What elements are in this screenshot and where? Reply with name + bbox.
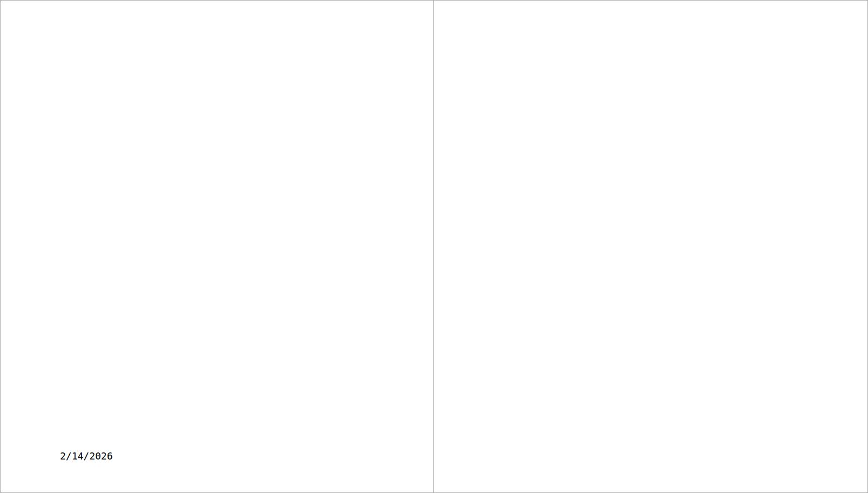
date-label: 2/14/2026 [60,450,113,462]
panel-divider [433,1,434,492]
injection-monitor-window: 2/14/2026 [0,0,868,493]
